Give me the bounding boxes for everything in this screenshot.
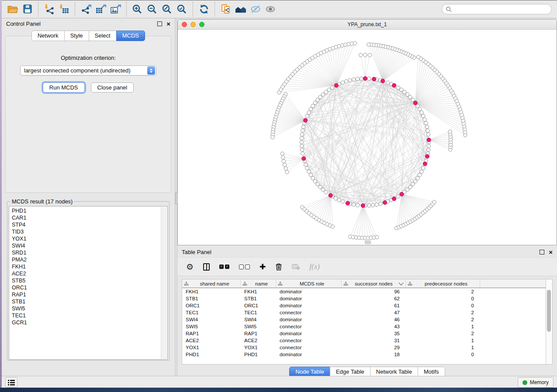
ring-node[interactable] xyxy=(337,198,341,202)
ring-node[interactable] xyxy=(375,203,378,206)
mcds-node-SWI5[interactable] xyxy=(361,204,365,208)
mcds-list-scrollbar[interactable] xyxy=(161,207,167,359)
ring-node[interactable] xyxy=(348,79,352,82)
mcds-node-item[interactable]: RAP1 xyxy=(12,291,167,298)
mcds-result-list[interactable]: PHD1CAR1STP4TID3YOX1SWI4SRD1PMA2FKH1ACE2… xyxy=(9,206,168,360)
export-image-icon[interactable] xyxy=(108,2,123,16)
delete-column-trash-icon[interactable] xyxy=(275,263,282,271)
table-row[interactable]: FKH1FKH1dominator962 xyxy=(182,288,552,295)
first-neighbors-icon[interactable] xyxy=(233,2,248,16)
table-settings-gear-icon[interactable]: ⚙ xyxy=(186,263,194,271)
ring-node[interactable] xyxy=(379,202,382,206)
ring-node[interactable] xyxy=(313,179,317,183)
mcds-node-item[interactable]: SRD1 xyxy=(12,249,167,256)
zoom-in-icon[interactable] xyxy=(130,2,145,16)
mcds-node-ACE2[interactable] xyxy=(302,157,306,161)
deselect-all-checkboxes-icon[interactable] xyxy=(239,265,250,269)
leaf-node[interactable] xyxy=(368,53,371,57)
table-row[interactable]: SWI4SWI4dominator462 xyxy=(182,316,552,323)
network-graph[interactable] xyxy=(178,30,557,245)
mcds-node-FKH1[interactable] xyxy=(413,101,417,105)
ring-node[interactable] xyxy=(352,203,356,206)
leaf-node[interactable] xyxy=(285,170,289,174)
ring-node[interactable] xyxy=(307,170,311,173)
leaf-node[interactable] xyxy=(277,91,281,94)
mcds-node-ORC1[interactable] xyxy=(334,83,338,87)
ring-node[interactable] xyxy=(418,107,421,111)
network-window-titlebar[interactable]: YPA_prune.txt_1 xyxy=(178,20,557,30)
mcds-node-STB1[interactable] xyxy=(381,79,385,83)
float-panel-icon[interactable] xyxy=(157,21,162,26)
mcds-node-item[interactable]: STB1 xyxy=(12,298,167,305)
leaf-node[interactable] xyxy=(331,225,334,228)
mcds-node-STP4[interactable] xyxy=(392,83,396,87)
leaf-node[interactable] xyxy=(284,167,287,170)
ring-node[interactable] xyxy=(371,203,374,207)
select-all-checkboxes-icon[interactable]: ✓✓ xyxy=(219,265,229,269)
tab-mcds[interactable]: MCDS xyxy=(116,31,145,41)
mcds-node-GCR1[interactable] xyxy=(392,197,396,201)
table-row[interactable]: ORC1ORC1dominator610 xyxy=(182,302,552,309)
table-row[interactable]: SWI5SWI5connector431 xyxy=(182,323,552,330)
show-all-eye-icon[interactable] xyxy=(263,2,278,16)
ring-node[interactable] xyxy=(425,125,429,128)
zoom-selected-icon[interactable] xyxy=(175,2,190,16)
table-row[interactable]: ACE2ACE2connector311 xyxy=(182,337,552,344)
search-input[interactable] xyxy=(454,6,551,13)
ring-node[interactable] xyxy=(344,79,348,83)
leaf-node[interactable] xyxy=(432,200,436,204)
mcds-node-TEC1[interactable] xyxy=(329,193,332,197)
ring-node[interactable] xyxy=(301,152,304,155)
ring-node[interactable] xyxy=(426,148,430,151)
refresh-icon[interactable] xyxy=(197,2,211,16)
network-canvas[interactable] xyxy=(178,30,557,245)
split-divider-vertical[interactable] xyxy=(175,18,177,376)
ring-node[interactable] xyxy=(341,81,344,84)
export-network-icon[interactable] xyxy=(79,2,93,16)
column-header-MCDS-role[interactable]: MCDS role xyxy=(276,279,342,288)
column-header-shared-name[interactable]: shared name xyxy=(182,279,241,288)
mcds-node-item[interactable]: PMA2 xyxy=(12,256,167,263)
leaf-node[interactable] xyxy=(283,163,286,166)
ring-node[interactable] xyxy=(341,200,344,203)
column-header-name[interactable]: name xyxy=(241,279,276,288)
mcds-node-item[interactable]: FKH1 xyxy=(12,263,167,270)
ring-node[interactable] xyxy=(304,163,308,166)
ring-node[interactable] xyxy=(427,144,430,148)
show-column-icon[interactable] xyxy=(203,263,210,271)
ring-node[interactable] xyxy=(311,176,315,180)
mcds-node-item[interactable]: ORC1 xyxy=(12,284,167,291)
leaf-node[interactable] xyxy=(281,156,285,159)
hide-selected-eye-slash-icon[interactable] xyxy=(248,2,263,16)
duplicate-network-icon[interactable] xyxy=(218,2,233,16)
ring-node[interactable] xyxy=(426,133,430,136)
ring-node[interactable] xyxy=(300,148,304,151)
ring-node[interactable] xyxy=(334,196,337,200)
mcds-node-item[interactable]: YOX1 xyxy=(12,235,167,242)
ring-node[interactable] xyxy=(424,121,428,125)
leaf-node[interactable] xyxy=(416,55,420,59)
ring-node[interactable] xyxy=(400,88,403,91)
ring-node[interactable] xyxy=(418,173,421,177)
ring-node[interactable] xyxy=(307,111,311,114)
table-row[interactable]: PHD1PHD1dominator180 xyxy=(182,351,552,358)
mcds-node-item[interactable]: STP4 xyxy=(12,221,167,228)
mcds-node-item[interactable]: GCR1 xyxy=(12,319,167,326)
open-folder-icon[interactable] xyxy=(5,2,20,16)
leaf-node[interactable] xyxy=(359,53,362,57)
ring-node[interactable] xyxy=(367,204,371,207)
ring-node[interactable] xyxy=(300,136,303,140)
task-history-button[interactable] xyxy=(5,377,17,388)
mcds-node-SRD1[interactable] xyxy=(423,162,427,166)
ring-node[interactable] xyxy=(356,77,359,81)
column-header-predecessor-nodes[interactable]: predecessor nodes xyxy=(406,279,480,288)
ring-node[interactable] xyxy=(309,107,312,111)
leaf-node[interactable] xyxy=(280,152,284,155)
mcds-node-TID3[interactable] xyxy=(425,155,429,158)
tab-network[interactable]: Network xyxy=(31,31,65,41)
mcds-node-CAR1[interactable] xyxy=(372,77,376,81)
zoom-fit-icon[interactable] xyxy=(160,2,175,16)
table-row[interactable]: RAP1RAP1dominator352 xyxy=(182,330,552,337)
tab-select[interactable]: Select xyxy=(89,31,117,41)
ring-node[interactable] xyxy=(367,77,371,80)
